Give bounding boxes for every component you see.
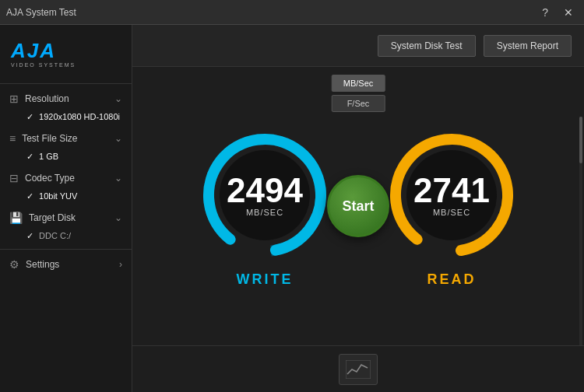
start-button[interactable]: Start: [327, 175, 389, 237]
aja-sub-text: VIDEO SYSTEMS: [11, 62, 121, 68]
codec-check: ✓: [26, 191, 33, 201]
codec-chevron: ⌄: [114, 173, 122, 184]
settings-chevron: ›: [119, 259, 122, 270]
start-button-container: Start: [327, 175, 389, 237]
write-gauge: 2494 MB/SEC WRITE: [195, 125, 335, 288]
filesize-value: ✓ 1 GB: [0, 150, 132, 166]
write-gauge-wrap: 2494 MB/SEC: [195, 125, 335, 265]
write-label: WRITE: [237, 271, 294, 288]
write-value-group: 2494 MB/SEC: [227, 173, 303, 217]
close-button[interactable]: ✕: [559, 5, 578, 20]
disk-icon: 💾: [9, 212, 23, 224]
codec-label: Codec Type: [25, 173, 75, 184]
header-bar: System Disk Test System Report: [132, 25, 584, 67]
title-bar: AJA System Test ? ✕: [0, 0, 584, 25]
resolution-icon: ⊞: [9, 93, 19, 105]
codec-icon: ⊟: [9, 172, 19, 184]
settings-label: Settings: [26, 259, 59, 270]
app-title: AJA System Test: [6, 7, 76, 18]
filesize-chevron: ⌄: [114, 133, 122, 144]
resolution-label: Resolution: [25, 93, 69, 104]
read-gauge-wrap: 2741 MB/SEC: [382, 125, 522, 265]
aja-logo: AJA VIDEO SYSTEMS: [0, 33, 132, 80]
system-report-button[interactable]: System Report: [484, 35, 572, 57]
resolution-value: ✓ 1920x1080 HD-1080i: [0, 110, 132, 127]
sidebar-item-resolution[interactable]: ⊞ Resolution ⌄: [0, 87, 132, 110]
write-number: 2494: [227, 173, 303, 208]
resolution-check: ✓: [26, 112, 33, 121]
read-value-group: 2741 MB/SEC: [413, 173, 490, 217]
sidebar-item-testfilesize[interactable]: ≡ Test File Size ⌄: [0, 127, 132, 150]
sidebar-item-codectype[interactable]: ⊟ Codec Type ⌄: [0, 166, 132, 190]
filesize-label: Test File Size: [22, 133, 77, 144]
resolution-chevron: ⌄: [114, 93, 122, 104]
disk-chevron: ⌄: [114, 212, 122, 223]
help-button[interactable]: ?: [537, 5, 553, 20]
disk-label: Target Disk: [29, 212, 76, 223]
aja-logo-text: AJA: [11, 40, 121, 61]
chart-svg: [346, 360, 371, 379]
disk-check: ✓: [26, 231, 33, 240]
sidebar-item-settings[interactable]: ⚙ Settings ›: [0, 253, 132, 276]
sidebar-divider: [0, 83, 132, 84]
bottom-bar: [132, 345, 584, 392]
gauges-wrapper: 2494 MB/SEC WRITE Start: [132, 67, 584, 345]
read-number: 2741: [413, 173, 490, 208]
chart-icon[interactable]: [339, 354, 378, 385]
disk-value: ✓ DDC C:/: [0, 229, 132, 246]
read-gauge: 2741 MB/SEC READ: [382, 125, 522, 288]
system-disk-test-button[interactable]: System Disk Test: [378, 35, 476, 57]
sidebar: AJA VIDEO SYSTEMS ⊞ Resolution ⌄ ✓ 1920x…: [0, 25, 132, 392]
read-label: READ: [427, 271, 476, 288]
filesize-icon: ≡: [9, 132, 16, 145]
main-content: MB/Sec F/Sec 2494 MB/SEC WRITE: [132, 67, 584, 345]
filesize-check: ✓: [26, 152, 33, 161]
sidebar-divider-2: [0, 249, 132, 250]
settings-icon: ⚙: [9, 258, 19, 271]
sidebar-item-targetdisk[interactable]: 💾 Target Disk ⌄: [0, 206, 132, 229]
codec-value: ✓ 10bit YUV: [0, 190, 132, 206]
window-controls: ? ✕: [537, 5, 578, 20]
